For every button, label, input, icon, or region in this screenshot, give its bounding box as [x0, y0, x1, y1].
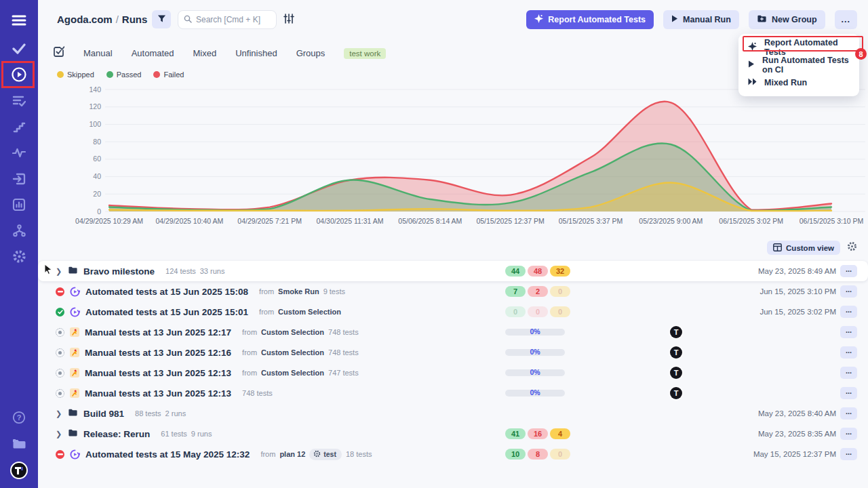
table-row[interactable]: ❯ Release: Rerun 61 tests9 runs 41164 Ma…: [38, 424, 868, 444]
tab-automated[interactable]: Automated: [132, 48, 174, 58]
more-actions-button[interactable]: ...: [835, 10, 857, 29]
run-title[interactable]: Automated tests at 15 Jun 2025 15:08: [85, 287, 248, 297]
run-title[interactable]: Build 981: [83, 409, 124, 419]
badge-red: 48: [528, 266, 548, 277]
main-content: Agoda.com/Runs Report Automated Tests Ma…: [38, 0, 868, 488]
sidebar-item-import-icon[interactable]: [0, 167, 38, 191]
row-more-button[interactable]: ...: [840, 326, 857, 338]
run-date: May 23, 2025 8:40 AM: [758, 409, 836, 418]
clipboard-check-icon[interactable]: [53, 46, 64, 60]
progress-bar: 0%: [505, 369, 565, 376]
menu-item-report-automated-tests[interactable]: Report Automated Tests: [738, 39, 859, 56]
custom-view-button[interactable]: Custom view: [767, 241, 840, 255]
hamburger-menu-icon[interactable]: [0, 8, 38, 33]
run-meta: fromCustom Selection: [259, 308, 341, 316]
assignee-avatar[interactable]: T: [670, 346, 682, 359]
funnel-icon: [157, 14, 166, 26]
tag-badge-test-work[interactable]: test work: [344, 48, 386, 59]
sidebar-item-analytics-pulse-icon[interactable]: [0, 140, 38, 165]
badge-red: 2: [528, 286, 548, 297]
table-row[interactable]: Manual tests at 13 Jun 2025 12:13 748 te…: [38, 383, 868, 403]
sidebar-item-test-plans-icon[interactable]: [0, 88, 38, 113]
badge-red: 0: [528, 306, 548, 317]
table-row[interactable]: Manual tests at 13 Jun 2025 12:16 fromCu…: [38, 342, 868, 363]
run-date: Jun 15, 2025 3:02 PM: [760, 308, 836, 316]
sidebar-item-milestones-stairs-icon[interactable]: [0, 115, 38, 139]
assignee-avatar[interactable]: T: [670, 326, 682, 338]
progress-bar: 0%: [505, 390, 565, 396]
sidebar-item-branches-icon[interactable]: [0, 218, 38, 243]
spark-icon: [748, 42, 757, 53]
row-more-button[interactable]: ...: [840, 346, 857, 359]
table-row[interactable]: Automated tests at 15 Jun 2025 15:08 fro…: [38, 281, 868, 302]
menu-item-run-automated-tests-on-ci[interactable]: Run Automated Tests on CI: [738, 56, 859, 74]
projects-folder-icon[interactable]: [0, 431, 38, 455]
table-row[interactable]: Automated tests at 15 Jun 2025 15:01 fro…: [38, 302, 868, 322]
help-icon[interactable]: ?: [0, 405, 38, 430]
run-title[interactable]: Manual tests at 13 Jun 2025 12:16: [85, 348, 231, 358]
search-box[interactable]: [178, 10, 277, 29]
menu-item-mixed-run[interactable]: Mixed Run: [738, 74, 859, 92]
legend-item-failed[interactable]: Failed: [153, 70, 184, 79]
mouse-cursor-icon: [43, 264, 53, 277]
run-title[interactable]: Manual tests at 13 Jun 2025 12:13: [85, 368, 231, 378]
new-group-button[interactable]: New Group: [749, 10, 825, 29]
row-more-button[interactable]: ...: [840, 306, 857, 318]
run-title[interactable]: Automated tests at 15 May 2025 12:32: [85, 449, 250, 460]
row-more-button[interactable]: ...: [840, 367, 857, 379]
manual-run-button[interactable]: Manual Run: [663, 10, 739, 29]
table-row[interactable]: ❯ Bravo milestone 124 tests33 runs 44483…: [38, 261, 868, 281]
badge-green: 41: [505, 428, 526, 439]
assignee-avatar[interactable]: T: [670, 367, 682, 379]
expand-chevron-icon[interactable]: ❯: [56, 267, 62, 276]
x-tick-label: 06/15/2025 3:02 PM: [707, 217, 795, 225]
result-badges: 41164: [505, 428, 570, 439]
run-title[interactable]: Bravo milestone: [83, 266, 155, 277]
legend-item-passed[interactable]: Passed: [106, 70, 142, 79]
breadcrumb-project[interactable]: Agoda.com: [57, 14, 113, 25]
view-settings-gear-icon[interactable]: [847, 241, 857, 254]
run-title[interactable]: Manual tests at 13 Jun 2025 12:17: [85, 327, 231, 338]
runs-area-chart[interactable]: 020406080100120140: [41, 83, 868, 214]
row-more-button[interactable]: ...: [840, 285, 857, 298]
table-row[interactable]: Automated tests at 15 May 2025 12:32 fro…: [38, 444, 868, 464]
run-tag-badge[interactable]: test: [309, 449, 342, 460]
status-passed-icon: [56, 308, 64, 317]
run-title[interactable]: Automated tests at 15 Jun 2025 15:01: [85, 307, 248, 317]
legend-item-skipped[interactable]: Skipped: [57, 70, 94, 79]
row-more-button[interactable]: ...: [840, 428, 857, 440]
table-row[interactable]: Manual tests at 13 Jun 2025 12:13 fromCu…: [38, 363, 868, 383]
row-more-button[interactable]: ...: [840, 407, 857, 420]
status-pending-icon: [56, 348, 64, 357]
run-title[interactable]: Manual tests at 13 Jun 2025 12:13: [85, 388, 231, 399]
expand-chevron-icon[interactable]: ❯: [56, 409, 62, 418]
filter-button[interactable]: [152, 10, 171, 28]
adjustments-sliders-icon[interactable]: [283, 14, 294, 26]
sidebar-item-runs-play-circle-icon[interactable]: [0, 62, 38, 87]
svg-text:?: ?: [17, 413, 22, 422]
progress-bar: 0%: [505, 349, 565, 356]
app-logo-avatar[interactable]: [0, 458, 38, 483]
tab-unfinished[interactable]: Unfinished: [235, 48, 277, 58]
tab-groups[interactable]: Groups: [296, 48, 326, 58]
search-input[interactable]: [196, 15, 271, 24]
run-title[interactable]: Release: Rerun: [83, 429, 150, 439]
run-date: May 23, 2025 8:49 AM: [758, 267, 836, 275]
row-more-button[interactable]: ...: [840, 387, 857, 399]
expand-chevron-icon[interactable]: ❯: [56, 430, 62, 439]
status-failed-icon: [56, 450, 64, 459]
svg-text:20: 20: [93, 190, 101, 198]
tab-mixed[interactable]: Mixed: [193, 48, 217, 58]
report-automated-tests-button[interactable]: Report Automated Tests: [526, 10, 654, 29]
table-row[interactable]: Manual tests at 13 Jun 2025 12:17 fromCu…: [38, 322, 868, 342]
table-row[interactable]: ❯ Build 981 88 tests2 runs May 23, 2025 …: [38, 403, 868, 424]
row-more-button[interactable]: ...: [840, 265, 857, 277]
sidebar-item-reports-barchart-icon[interactable]: [0, 192, 38, 217]
sidebar-item-settings-gear-icon[interactable]: [0, 244, 38, 268]
tab-manual[interactable]: Manual: [83, 48, 113, 58]
run-meta: fromCustom Selection748 tests: [242, 328, 359, 336]
ellipsis-icon: ...: [842, 15, 850, 24]
sidebar-item-tests-check-icon[interactable]: [0, 37, 38, 61]
assignee-avatar[interactable]: T: [670, 387, 682, 399]
row-more-button[interactable]: ...: [840, 448, 857, 460]
